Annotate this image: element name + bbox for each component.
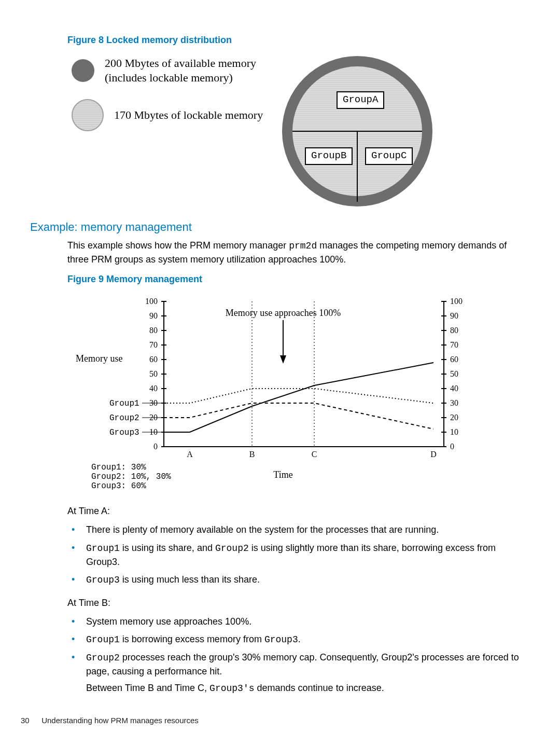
- time-b-b1: System memory use approaches 100%.: [86, 616, 251, 627]
- svg-text:10: 10: [450, 427, 458, 436]
- fig9-series-g1: Group1: [109, 399, 139, 408]
- svg-text:70: 70: [450, 340, 458, 349]
- figure8-legend: 200 Mbytes of available memory (includes…: [72, 56, 269, 146]
- fig9-shares-g1: Group1: 30%: [91, 463, 146, 472]
- svg-text:80: 80: [149, 326, 158, 335]
- time-b-b2a: Group1: [86, 634, 120, 645]
- fig9-shares-g2: Group2: 10%, 30%: [91, 472, 171, 481]
- figure9: 0 10 20 30 40 50 60 70 80 90 100 0 10 20…: [60, 291, 529, 497]
- svg-text:A: A: [187, 450, 193, 459]
- donut-vertical-divider: [357, 131, 358, 202]
- time-b-b3b: processes reach the group's 30% memory c…: [86, 652, 519, 676]
- time-a-b2a: Group1: [86, 543, 120, 554]
- fig9-xlabel: Time: [273, 469, 292, 480]
- footer-title: Understanding how PRM manages resources: [41, 716, 199, 725]
- time-b-b2b: is borrowing excess memory from: [120, 634, 264, 644]
- svg-text:50: 50: [149, 369, 158, 378]
- time-b-b3a: Group2: [86, 653, 120, 663]
- figure8-donut: GroupA GroupB GroupC: [282, 56, 432, 206]
- fig9-series-g3: Group3: [109, 428, 139, 437]
- time-a-b2b: is using its share, and: [120, 543, 215, 553]
- figure9-caption: Figure 9 Memory management: [67, 272, 529, 286]
- time-b-heading: At Time B:: [67, 596, 529, 610]
- svg-text:40: 40: [450, 384, 458, 393]
- time-b-list: System memory use approaches 100%. Group…: [67, 613, 529, 697]
- intro-p1a: This example shows how the PRM memory ma…: [67, 240, 289, 251]
- time-a-heading: At Time A:: [67, 504, 529, 518]
- list-item: Group1 is borrowing excess memory from G…: [67, 630, 529, 648]
- svg-text:0: 0: [153, 442, 158, 451]
- donut-label-groupB: GroupB: [305, 147, 353, 165]
- time-a-b1: There is plenty of memory available on t…: [86, 524, 439, 535]
- time-a-list: There is plenty of memory available on t…: [67, 521, 529, 588]
- legend-lockable-row: 170 Mbytes of lockable memory: [72, 99, 269, 131]
- page-number: 30: [21, 715, 39, 726]
- fig9-ylabel: Memory use: [76, 353, 122, 364]
- intro-p1code: prm2d: [289, 241, 317, 251]
- page: Figure 8 Locked memory distribution 200 …: [0, 0, 560, 746]
- svg-marker-47: [280, 355, 286, 364]
- page-footer: 30 Understanding how PRM manages resourc…: [21, 715, 199, 726]
- svg-text:90: 90: [450, 311, 458, 320]
- svg-text:80: 80: [450, 326, 458, 335]
- time-b-b2d: .: [298, 634, 301, 644]
- fig9-annotation: Memory use approaches 100%: [226, 308, 341, 318]
- intro-paragraph: This example shows how the PRM memory ma…: [67, 239, 529, 266]
- svg-text:40: 40: [149, 384, 158, 393]
- swatch-lockable-icon: [72, 99, 104, 131]
- svg-text:50: 50: [450, 369, 458, 378]
- svg-text:C: C: [312, 450, 317, 459]
- svg-text:100: 100: [450, 297, 463, 306]
- time-a-b3a: Group3: [86, 575, 120, 585]
- list-item: Group3 is using much less than its share…: [67, 571, 529, 589]
- svg-text:70: 70: [149, 340, 158, 349]
- time-b-b3c-code: Group3's: [209, 683, 254, 694]
- svg-text:D: D: [430, 450, 437, 459]
- svg-text:60: 60: [149, 355, 158, 364]
- legend-available-row: 200 Mbytes of available memory (includes…: [72, 56, 269, 85]
- figure8-caption: Figure 8 Locked memory distribution: [67, 33, 529, 47]
- swatch-available-icon: [72, 59, 94, 82]
- svg-text:90: 90: [149, 311, 158, 320]
- time-a-b3b: is using much less than its share.: [120, 574, 260, 585]
- list-item: There is plenty of memory available on t…: [67, 521, 529, 538]
- svg-text:0: 0: [450, 442, 454, 451]
- list-item: Group2 processes reach the group's 30% m…: [67, 648, 529, 697]
- fig9-shares-g3: Group3: 60%: [91, 481, 146, 491]
- legend-lockable-text: 170 Mbytes of lockable memory: [114, 108, 263, 122]
- svg-text:30: 30: [450, 398, 458, 407]
- svg-text:60: 60: [450, 355, 458, 364]
- time-b-b3c-b: demands continue to increase.: [255, 683, 384, 693]
- fig9-series-g2: Group2: [109, 413, 139, 423]
- svg-text:100: 100: [145, 297, 158, 306]
- legend-available-text: 200 Mbytes of available memory (includes…: [105, 56, 269, 85]
- section-heading: Example: memory management: [30, 219, 529, 236]
- figure8: 200 Mbytes of available memory (includes…: [72, 56, 529, 206]
- time-a-b2c: Group2: [215, 543, 249, 554]
- list-item: System memory use approaches 100%.: [67, 613, 529, 630]
- donut-label-groupC: GroupC: [365, 147, 413, 165]
- donut-label-groupA: GroupA: [337, 91, 384, 109]
- svg-text:20: 20: [450, 413, 458, 422]
- svg-text:B: B: [249, 450, 255, 459]
- time-b-b3c-a: Between Time B and Time C,: [86, 683, 209, 693]
- time-b-b2c: Group3: [264, 634, 298, 645]
- list-item: Group1 is using its share, and Group2 is…: [67, 539, 529, 571]
